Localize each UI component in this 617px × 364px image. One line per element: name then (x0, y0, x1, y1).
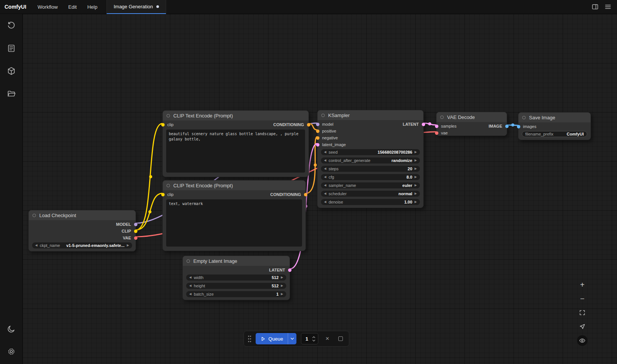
conditioning-output-port[interactable] (307, 123, 310, 126)
positive-prompt-textarea[interactable]: beautiful scenery nature glass bottle la… (166, 130, 305, 173)
next-value-icon[interactable]: ▶ (415, 176, 417, 179)
node-titlebar[interactable]: Load Checkpoint (29, 210, 136, 220)
next-value-icon[interactable]: ▶ (415, 159, 417, 162)
latent-output-port[interactable] (422, 123, 425, 126)
prev-value-icon[interactable]: ◀ (35, 244, 37, 247)
negative-input-port[interactable] (316, 136, 319, 140)
widget-width[interactable]: ◀ width 512 ▶ (186, 275, 286, 281)
node-clip-text-encode-negative[interactable]: CLIP Text Encode (Prompt) clip CONDITION… (162, 180, 306, 251)
drag-handle-icon[interactable] (248, 335, 251, 343)
latent-image-input-port[interactable] (316, 143, 319, 147)
widget-denoise[interactable]: ◀ denoise 1.00 ▶ (321, 199, 420, 205)
prev-value-icon[interactable]: ◀ (189, 276, 191, 279)
widget-scheduler[interactable]: ◀ scheduler normal ▶ (321, 191, 420, 197)
next-value-icon[interactable]: ▶ (127, 244, 129, 247)
samples-input-port[interactable] (435, 125, 438, 128)
decrement-button[interactable] (312, 339, 316, 342)
widget-cfg[interactable]: ◀ cfg 8.0 ▶ (321, 174, 420, 180)
collapse-dot-icon[interactable] (321, 114, 325, 117)
prev-value-icon[interactable]: ◀ (324, 176, 326, 179)
positive-input-port[interactable] (316, 130, 319, 133)
model-input-port[interactable] (316, 123, 319, 126)
widget-steps[interactable]: ◀ steps 20 ▶ (321, 166, 420, 172)
next-value-icon[interactable]: ▶ (281, 293, 283, 296)
next-value-icon[interactable]: ▶ (281, 276, 283, 279)
select-mode-button[interactable] (577, 321, 588, 332)
node-titlebar[interactable]: KSampler (318, 110, 423, 120)
next-value-icon[interactable]: ▶ (415, 184, 417, 187)
collapse-dot-icon[interactable] (187, 259, 190, 263)
theme-toggle-button[interactable] (6, 323, 17, 335)
fit-view-button[interactable] (577, 307, 588, 318)
node-titlebar[interactable]: CLIP Text Encode (Prompt) (163, 111, 308, 120)
node-ksampler[interactable]: KSampler model LATENT positive negative … (317, 110, 424, 208)
node-clip-text-encode-positive[interactable]: CLIP Text Encode (Prompt) clip CONDITION… (162, 110, 309, 177)
prev-value-icon[interactable]: ◀ (324, 151, 326, 154)
next-value-icon[interactable]: ▶ (415, 201, 417, 204)
toggle-link-visibility-button[interactable] (577, 335, 588, 346)
clip-output-port[interactable] (134, 230, 137, 233)
prev-value-icon[interactable]: ◀ (324, 201, 326, 204)
collapse-dot-icon[interactable] (167, 114, 170, 117)
widget-batch-size[interactable]: ◀ batch_size 1 ▶ (186, 291, 286, 297)
collapse-dot-icon[interactable] (522, 116, 526, 119)
collapse-dot-icon[interactable] (440, 116, 444, 119)
clear-queue-button[interactable]: × (323, 334, 332, 343)
sidebar-item-logs[interactable] (6, 43, 17, 54)
node-load-checkpoint[interactable]: Load Checkpoint MODEL CLIP VAE ◀ ckpt_na… (28, 210, 136, 251)
sidebar-item-queue-history[interactable] (6, 20, 17, 31)
collapse-dot-icon[interactable] (167, 184, 170, 187)
conditioning-output-port[interactable] (304, 193, 307, 196)
node-empty-latent-image[interactable]: Empty Latent Image LATENT ◀ width 512 ▶ … (182, 256, 290, 300)
next-value-icon[interactable]: ▶ (415, 151, 417, 154)
queue-options-chevron[interactable] (288, 333, 296, 344)
node-titlebar[interactable]: Empty Latent Image (183, 256, 290, 266)
toggle-panel-button[interactable] (590, 2, 600, 12)
stop-button[interactable] (336, 334, 345, 343)
prev-value-icon[interactable]: ◀ (189, 293, 191, 296)
prev-value-icon[interactable]: ◀ (189, 284, 191, 287)
main-menu-button[interactable] (603, 2, 613, 12)
batch-count-spinner[interactable]: 1 (301, 333, 318, 344)
prev-value-icon[interactable]: ◀ (324, 167, 326, 170)
menu-edit[interactable]: Edit (63, 0, 82, 14)
node-titlebar[interactable]: VAE Decode (437, 112, 507, 122)
settings-button[interactable] (6, 346, 17, 357)
prev-value-icon[interactable]: ◀ (324, 192, 326, 195)
menu-workflow[interactable]: Workflow (32, 0, 63, 14)
clip-input-port[interactable] (161, 123, 165, 126)
zoom-in-button[interactable]: + (577, 279, 588, 290)
image-output-port[interactable] (505, 125, 509, 128)
negative-prompt-textarea[interactable]: text, watermark (166, 199, 302, 247)
queue-button[interactable]: Queue (256, 333, 296, 344)
widget-sampler-name[interactable]: ◀ sampler_name euler ▶ (321, 182, 420, 188)
menu-help[interactable]: Help (82, 0, 103, 14)
model-output-port[interactable] (134, 223, 137, 226)
node-titlebar[interactable]: CLIP Text Encode (Prompt) (163, 180, 305, 190)
node-vae-decode[interactable]: VAE Decode samples IMAGE vae (436, 112, 507, 136)
collapse-dot-icon[interactable] (32, 214, 36, 217)
increment-button[interactable] (312, 336, 316, 338)
next-value-icon[interactable]: ▶ (281, 284, 283, 287)
widget-height[interactable]: ◀ height 512 ▶ (186, 283, 286, 289)
workflow-tab[interactable]: Image Generation (106, 0, 166, 14)
vae-input-port[interactable] (435, 131, 438, 135)
vae-output-port[interactable] (134, 236, 137, 240)
widget-filename-prefix[interactable]: filename_prefix ComfyUI (522, 131, 587, 137)
sidebar-item-workflows[interactable] (6, 88, 17, 99)
prev-value-icon[interactable]: ◀ (324, 159, 326, 162)
queue-button-main[interactable]: Queue (256, 333, 288, 344)
sidebar-item-model-library[interactable] (6, 65, 17, 77)
widget-control-after-generate[interactable]: ◀ control_after_generate randomize ▶ (321, 157, 420, 163)
prev-value-icon[interactable]: ◀ (324, 184, 326, 187)
widget-ckpt-name[interactable]: ◀ ckpt_name v1-5-pruned-emaonly.safete..… (32, 242, 132, 248)
zoom-out-button[interactable]: − (577, 293, 588, 304)
images-input-port[interactable] (517, 125, 520, 128)
node-titlebar[interactable]: Save Image (518, 113, 591, 122)
next-value-icon[interactable]: ▶ (415, 192, 417, 195)
node-save-image[interactable]: Save Image images filename_prefix ComfyU… (518, 112, 591, 140)
widget-seed[interactable]: ◀ seed 156680208700286 ▶ (321, 149, 420, 155)
clip-input-port[interactable] (161, 193, 165, 196)
latent-output-port[interactable] (288, 268, 292, 272)
next-value-icon[interactable]: ▶ (415, 167, 417, 170)
